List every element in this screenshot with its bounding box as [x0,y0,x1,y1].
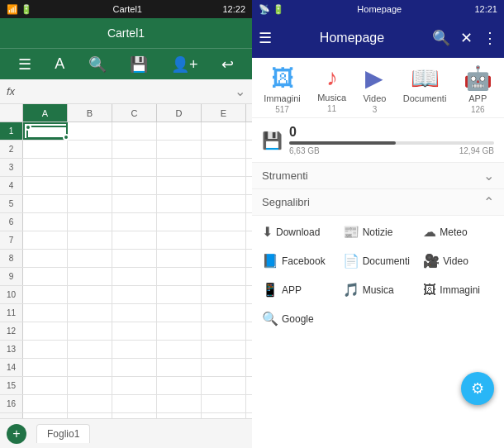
bookmark-download[interactable]: ⬇ Download [259,219,336,245]
tools-section-title: Strumenti [262,169,308,182]
table-row[interactable]: 12 [0,322,252,341]
spreadsheet-body: 1 2 [0,122,252,418]
bookmark-app[interactable]: 📱 APP [259,277,336,303]
sheet-tab[interactable]: Foglio1 [36,424,90,443]
save-icon[interactable]: 💾 [126,52,151,77]
images-count: 517 [275,105,289,114]
bookmarks-section-title: Segnalibri [262,196,310,208]
category-docs[interactable]: 📖 Documenti [403,64,447,114]
col-header-E[interactable]: E [202,104,246,122]
bookmark-google[interactable]: 🔍 Google [259,306,336,331]
cell-B1[interactable] [68,122,112,140]
bookmark-notizie-label: Notizie [363,226,393,238]
undo-icon[interactable]: ↩ [218,52,237,77]
apps-label: APP [468,93,487,103]
bookmark-meteo[interactable]: ☁ Meteo [420,219,497,245]
bookmark-notizie[interactable]: 📰 Notizie [340,219,417,245]
col-header-C[interactable]: C [112,104,157,122]
fm-status-left: 📡 🔋 [259,4,284,15]
hamburger-icon[interactable]: ☰ [15,52,35,77]
bookmark-facebook[interactable]: 📘 Facebook [259,248,336,274]
video-icon: ▶ [365,64,383,92]
bookmark-immagini[interactable]: 🖼 Immagini [420,277,497,303]
cell-C1[interactable] [112,122,157,140]
immagini-icon: 🖼 [423,283,436,298]
excel-title-bar: Cartel1 [0,18,252,48]
table-row[interactable]: 4 [0,177,252,195]
bookmark-musica[interactable]: 🎵 Musica [340,277,417,303]
table-row[interactable]: 13 [0,341,252,359]
fab-button[interactable]: ⚙ [461,372,494,405]
category-music[interactable]: ♪ Musica 11 [317,64,346,114]
search-icon[interactable]: 🔍 [85,52,110,77]
add-sheet-button[interactable]: + [7,424,26,444]
storage-bar-fill [289,141,396,145]
cell-A1[interactable] [23,122,68,140]
hamburger-menu-icon[interactable]: ☰ [259,29,272,47]
col-header-A[interactable]: A [23,104,68,122]
formula-bar[interactable]: fx ⌄ [0,79,252,104]
bookmarks-grid: ⬇ Download 📰 Notizie ☁ Meteo 📘 Facebook … [252,216,504,335]
fm-title: Homepage [280,31,424,45]
category-images[interactable]: 🖼 Immagini 517 [264,64,301,114]
table-row[interactable]: 10 [0,286,252,304]
fx-label: fx [7,85,15,98]
facebook-icon: 📘 [262,253,278,269]
table-row[interactable]: 17 [0,413,252,418]
fm-categories: 🖼 Immagini 517 ♪ Musica 11 ▶ Video 3 📖 D… [252,58,504,118]
table-row[interactable]: 15 [0,377,252,395]
bookmarks-chevron-up-icon: ⌃ [483,194,494,210]
table-row[interactable]: 11 [0,304,252,322]
excel-title-status: Cartel1 [113,4,142,14]
bookmark-video-label: Video [443,255,468,267]
table-row[interactable]: 6 [0,213,252,231]
category-video[interactable]: ▶ Video 3 [363,64,386,114]
table-row[interactable]: 8 [0,250,252,268]
cell-E1[interactable] [202,122,246,140]
documenti-icon: 📄 [343,253,359,269]
bookmark-musica-label: Musica [363,284,394,296]
text-format-icon[interactable]: A [51,52,68,76]
excel-status-bar: 📶 🔋 Cartel1 12:22 [0,0,252,18]
fm-title-bar: ☰ Homepage 🔍 ✕ ⋮ [252,18,504,58]
bookmark-video[interactable]: 🎥 Video [420,248,497,274]
music-label: Musica [317,93,346,102]
storage-total: 12,94 GB [459,146,494,155]
excel-bottom-bar: + Foglio1 [0,418,252,448]
table-row[interactable]: 1 [0,122,252,141]
table-row[interactable]: 16 [0,395,252,413]
spreadsheet: A B C D E 1 [0,104,252,418]
share-icon[interactable]: 👤+ [168,52,202,77]
cell-D1[interactable] [157,122,202,140]
fm-time: 12:21 [474,4,497,14]
excel-title-text: Cartel1 [107,26,145,40]
formula-dropdown-icon[interactable]: ⌄ [235,83,245,99]
table-row[interactable]: 2 [0,141,252,159]
storage-bar [289,141,494,145]
images-label: Immagini [264,93,301,103]
bookmark-app-label: APP [282,284,302,296]
storage-info: 0 6,63 GB 12,94 GB [289,125,494,155]
bookmarks-section-header[interactable]: Segnalibri ⌃ [252,189,504,216]
table-row[interactable]: 3 [0,159,252,177]
table-row[interactable]: 9 [0,268,252,286]
excel-panel: 📶 🔋 Cartel1 12:22 Cartel1 ☰ A 🔍 💾 👤+ ↩ f… [0,0,252,448]
table-row[interactable]: 14 [0,359,252,377]
category-apps[interactable]: 🤖 APP 126 [464,64,492,114]
table-row[interactable]: 5 [0,195,252,213]
fm-search-icon[interactable]: 🔍 [432,29,450,47]
tools-chevron-down-icon: ⌄ [483,168,494,183]
tools-section-header[interactable]: Strumenti ⌄ [252,163,504,189]
table-row[interactable]: 7 [0,231,252,250]
docs-label: Documenti [403,93,447,103]
handle-top-left[interactable] [25,124,31,131]
fm-more-icon[interactable]: ⋮ [483,29,497,47]
fm-toolbar-icons: 🔍 ✕ ⋮ [432,29,497,47]
fm-close-icon[interactable]: ✕ [460,29,473,47]
col-header-B[interactable]: B [68,104,112,122]
row-num-1: 1 [0,122,23,140]
bookmark-documenti[interactable]: 📄 Documenti [340,248,417,274]
fab-settings-icon: ⚙ [471,379,484,398]
column-headers: A B C D E [0,104,252,122]
col-header-D[interactable]: D [157,104,202,122]
